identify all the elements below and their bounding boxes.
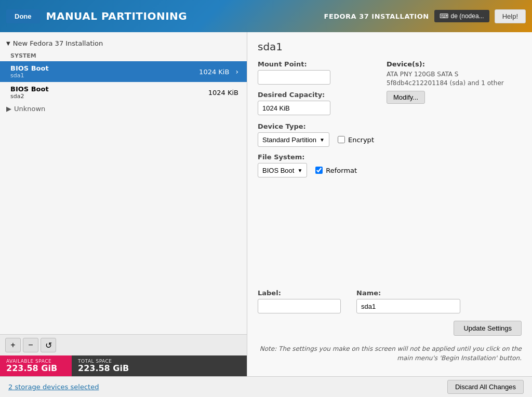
partition-name: BIOS Boot <box>10 85 49 93</box>
partition-item[interactable]: BIOS Boot sda1 1024 KiB › <box>0 61 247 82</box>
device-col: Device(s): ATA PNY 120GB SATA S 5f8db4c2… <box>387 60 522 115</box>
tree-root-label: New Fedora 37 Installation <box>13 39 103 47</box>
label-name-row: Label: Name: <box>258 289 522 313</box>
name-group: Name: <box>356 289 460 313</box>
desired-capacity-input[interactable] <box>258 101 330 115</box>
partition-size: 1024 KiB <box>199 68 229 76</box>
device-type-group: Device Type: Standard Partition ▼ Encryp… <box>258 122 522 147</box>
label-label: Label: <box>258 289 341 297</box>
reformat-label: Reformat <box>326 167 357 174</box>
tree-arrow-icon: ▼ <box>6 40 10 46</box>
modify-button[interactable]: Modify... <box>387 91 425 104</box>
remove-partition-button[interactable]: − <box>23 338 38 352</box>
install-label: FEDORA 37 INSTALLATION <box>324 12 429 20</box>
unknown-arrow-icon: ▶ <box>6 105 11 113</box>
partition-size-row: 1024 KiB <box>208 89 238 97</box>
desired-capacity-group: Desired Capacity: <box>258 91 387 115</box>
total-space-block: TOTAL SPACE 223.58 GiB <box>72 355 247 376</box>
refresh-button[interactable]: ↺ <box>41 338 56 352</box>
file-system-row: BIOS Boot ▼ Reformat <box>258 163 522 177</box>
device-type-dropdown[interactable]: Standard Partition ▼ <box>258 132 329 147</box>
mount-point-input[interactable] <box>258 70 330 85</box>
dropdown-arrow-icon: ▼ <box>297 168 302 173</box>
space-info: AVAILABLE SPACE 223.58 GiB TOTAL SPACE 2… <box>0 355 247 376</box>
encrypt-row: Encrypt <box>338 136 374 144</box>
encrypt-checkbox[interactable] <box>338 136 345 143</box>
partition-item-left: BIOS Boot sda2 <box>10 85 49 100</box>
device-value: ATA PNY 120GB SATA S <box>387 70 522 79</box>
left-panel: ▼ New Fedora 37 Installation SYSTEM BIOS… <box>0 32 247 376</box>
partition-size: 1024 KiB <box>208 89 238 97</box>
desired-capacity-label: Desired Capacity: <box>258 91 387 99</box>
partition-name: BIOS Boot <box>10 64 49 72</box>
mount-point-group: Mount Point: <box>258 60 387 85</box>
device-info: Device(s): ATA PNY 120GB SATA S 5f8db4c2… <box>387 60 522 104</box>
available-space-label: AVAILABLE SPACE <box>6 359 65 364</box>
partition-list: ▼ New Fedora 37 Installation SYSTEM BIOS… <box>0 32 247 334</box>
help-button[interactable]: Help! <box>495 9 526 23</box>
main-content: ▼ New Fedora 37 Installation SYSTEM BIOS… <box>0 32 532 376</box>
partition-item-left: BIOS Boot sda1 <box>10 64 49 79</box>
device-type-row: Standard Partition ▼ Encrypt <box>258 132 522 147</box>
right-panel: sda1 Mount Point: Desired Capacity: Devi… <box>247 32 532 376</box>
file-system-dropdown[interactable]: BIOS Boot ▼ <box>258 163 307 177</box>
done-button[interactable]: Done <box>6 9 40 23</box>
device-label: Device(s): <box>387 60 522 68</box>
partition-device: sda2 <box>10 93 49 100</box>
keyboard-icon: ⌨ <box>440 12 448 20</box>
partition-size-row: 1024 KiB › <box>199 67 238 76</box>
device-type-label: Device Type: <box>258 122 522 130</box>
dropdown-arrow-icon: ▼ <box>320 137 325 143</box>
update-row: Update Settings <box>258 321 522 340</box>
partition-item[interactable]: BIOS Boot sda2 1024 KiB <box>0 82 247 103</box>
device-detail: 5f8db4c212201184 (sda) and 1 other <box>387 79 522 88</box>
unknown-label: Unknown <box>14 105 45 113</box>
storage-devices-link[interactable]: 2 storage devices selected <box>8 383 99 391</box>
partition-chevron-icon: › <box>235 67 238 76</box>
label-input[interactable] <box>258 299 341 313</box>
available-space-value: 223.58 GiB <box>6 364 65 373</box>
partition-device: sda1 <box>10 72 49 79</box>
total-space-value: 223.58 GiB <box>78 364 241 373</box>
label-group: Label: <box>258 289 341 313</box>
note-text: Note: The settings you make on this scre… <box>258 344 522 363</box>
discard-all-changes-button[interactable]: Discard All Changes <box>447 380 524 394</box>
reformat-checkbox[interactable] <box>315 167 323 174</box>
unknown-section[interactable]: ▶ Unknown <box>0 103 247 115</box>
add-partition-button[interactable]: + <box>5 338 21 352</box>
partition-title: sda1 <box>258 40 522 53</box>
page-title: MANUAL PARTITIONING <box>46 10 188 22</box>
total-space-label: TOTAL SPACE <box>78 359 241 364</box>
file-system-value: BIOS Boot <box>262 167 294 174</box>
keyboard-button[interactable]: ⌨ de (nodea... <box>434 10 489 22</box>
keyboard-label: de (nodea... <box>451 12 484 20</box>
mount-col: Mount Point: Desired Capacity: <box>258 60 387 115</box>
reformat-row: Reformat <box>315 167 357 174</box>
tree-root[interactable]: ▼ New Fedora 37 Installation <box>0 36 247 50</box>
system-section-label: SYSTEM <box>0 50 247 61</box>
header-right: FEDORA 37 INSTALLATION ⌨ de (nodea... He… <box>324 9 526 23</box>
file-system-label: File System: <box>258 153 522 161</box>
file-system-group: File System: BIOS Boot ▼ Reformat <box>258 153 522 177</box>
name-input[interactable] <box>356 299 460 313</box>
device-type-value: Standard Partition <box>262 136 316 144</box>
form-top-row: Mount Point: Desired Capacity: Device(s)… <box>258 60 522 115</box>
name-label: Name: <box>356 289 460 297</box>
encrypt-label: Encrypt <box>348 136 374 144</box>
mount-point-label: Mount Point: <box>258 60 387 68</box>
available-space-block: AVAILABLE SPACE 223.58 GiB <box>0 355 72 376</box>
left-toolbar: + − ↺ <box>0 334 247 355</box>
bottom-bar: 2 storage devices selected Discard All C… <box>0 376 532 397</box>
update-settings-button[interactable]: Update Settings <box>454 321 522 336</box>
header: Done MANUAL PARTITIONING FEDORA 37 INSTA… <box>0 0 532 32</box>
